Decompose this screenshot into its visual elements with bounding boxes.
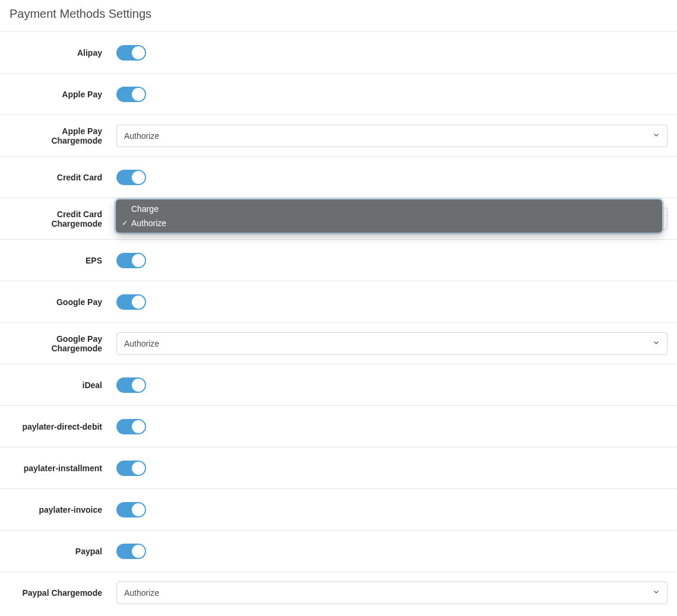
select-value: Authorize: [124, 339, 159, 348]
dropdown-option-label: Authorize: [131, 218, 166, 228]
row-label: paylater-direct-debit: [10, 422, 116, 431]
toggle-knob: [132, 171, 145, 184]
settings-row-ideal: iDeal: [0, 364, 677, 405]
settings-row-paypal_chargemode: Paypal ChargemodeAuthorize: [0, 571, 677, 613]
select-value: Authorize: [124, 131, 159, 141]
ideal-toggle[interactable]: [116, 377, 146, 393]
row-label: Credit Card: [10, 173, 116, 182]
alipay-toggle[interactable]: [116, 45, 146, 61]
paypal_chargemode-select[interactable]: Authorize: [116, 582, 667, 604]
toggle-knob: [132, 46, 145, 59]
toggle-knob: [132, 545, 145, 558]
settings-row-paylater_installment: paylater-installment: [0, 447, 677, 488]
settings-row-paylater_direct_debit: paylater-direct-debit: [0, 405, 677, 447]
settings-row-paypal: Paypal: [0, 530, 677, 571]
dropdown-option[interactable]: ✓Authorize: [116, 216, 662, 230]
credit_card-toggle[interactable]: [116, 170, 146, 185]
settings-row-credit_card: Credit Card: [0, 156, 677, 198]
check-icon: ✓: [121, 219, 129, 227]
row-label: Paypal Chargemode: [10, 588, 116, 598]
toggle-knob: [132, 254, 145, 267]
paypal-toggle[interactable]: [116, 544, 146, 559]
settings-row-paylater_invoice: paylater-invoice: [0, 488, 677, 530]
eps-toggle[interactable]: [116, 253, 146, 268]
row-label: Apple Pay: [10, 90, 116, 99]
row-label: Google Pay: [10, 297, 116, 307]
settings-row-apple_pay_chargemode: Apple Pay ChargemodeAuthorize: [0, 115, 677, 156]
toggle-knob: [132, 503, 145, 516]
settings-row-google_pay_chargemode: Google Pay ChargemodeAuthorize: [0, 322, 677, 364]
google_pay_chargemode-select[interactable]: Authorize: [116, 332, 667, 355]
row-label: paylater-invoice: [10, 505, 116, 515]
toggle-knob: [132, 462, 145, 475]
page-title: Payment Methods Settings: [0, 0, 677, 31]
select-value: Authorize: [124, 588, 159, 598]
row-label: iDeal: [10, 380, 116, 390]
row-label: Paypal: [10, 547, 116, 556]
settings-row-alipay: Alipay: [0, 31, 677, 73]
row-label: EPS: [10, 256, 116, 265]
google_pay-toggle[interactable]: [116, 294, 146, 310]
toggle-knob: [132, 296, 145, 309]
settings-row-google_pay: Google Pay: [0, 281, 677, 322]
row-label: paylater-installment: [10, 463, 116, 473]
paylater_direct_debit-toggle[interactable]: [116, 419, 146, 434]
row-label: Alipay: [10, 48, 116, 58]
row-label: Apple Pay Chargemode: [10, 126, 116, 145]
settings-row-eps: EPS: [0, 239, 677, 281]
dropdown-option[interactable]: Charge: [116, 202, 662, 216]
row-label: Credit Card Chargemode: [10, 209, 116, 228]
toggle-knob: [132, 88, 145, 101]
settings-row-apple_pay: Apple Pay: [0, 73, 677, 115]
toggle-knob: [132, 379, 145, 392]
paylater_invoice-toggle[interactable]: [116, 502, 146, 517]
toggle-knob: [132, 420, 145, 433]
row-label: Google Pay Chargemode: [10, 334, 116, 353]
apple_pay_chargemode-select[interactable]: Authorize: [116, 125, 667, 147]
dropdown-menu[interactable]: Charge✓Authorize: [116, 199, 662, 233]
dropdown-option-label: Charge: [131, 204, 159, 214]
apple_pay-toggle[interactable]: [116, 87, 146, 102]
paylater_installment-toggle[interactable]: [116, 461, 146, 476]
